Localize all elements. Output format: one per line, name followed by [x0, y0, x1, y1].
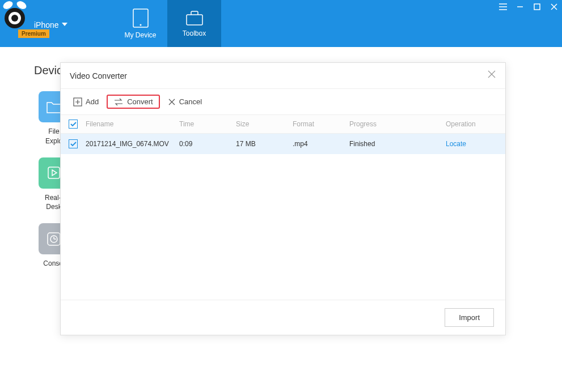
tablet-icon — [133, 8, 149, 28]
add-button[interactable]: Add — [69, 95, 103, 109]
modal-toolbar: Add Convert Cancel — [61, 89, 505, 115]
minimize-icon[interactable] — [515, 2, 525, 11]
close-icon[interactable] — [550, 2, 559, 11]
maximize-icon[interactable] — [533, 2, 542, 11]
table-header: Filename Time Size Format Progress Opera… — [61, 115, 505, 134]
x-icon — [168, 98, 176, 106]
cell-format: .mp4 — [293, 140, 349, 148]
tab-label: My Device — [124, 31, 156, 39]
tab-my-device[interactable]: My Device — [113, 0, 167, 47]
modal-title: Video Converter — [70, 71, 127, 80]
cell-filename: 20171214_IMG_0674.MOV — [86, 140, 179, 148]
col-size-header: Size — [236, 120, 293, 128]
top-bar: Premium iPhone My Device Toolbox — [0, 0, 562, 47]
col-operation-header: Operation — [446, 120, 497, 128]
plus-icon — [73, 97, 82, 106]
col-format-header: Format — [293, 120, 349, 128]
convert-icon — [113, 98, 124, 106]
app-logo-icon — [0, 0, 31, 31]
svg-point-6 — [140, 24, 141, 25]
logo-zone: Premium iPhone — [0, 0, 113, 47]
svg-rect-9 — [48, 167, 60, 178]
svg-point-4 — [11, 15, 18, 22]
device-name-label: iPhone — [34, 20, 59, 29]
add-label: Add — [86, 97, 99, 106]
window-controls — [498, 2, 559, 11]
col-filename-header: Filename — [86, 120, 179, 128]
nav-tabs: My Device Toolbox — [113, 0, 221, 47]
convert-label: Convert — [127, 97, 153, 106]
cell-time: 0:09 — [179, 140, 236, 148]
premium-badge: Premium — [18, 29, 49, 38]
locate-link[interactable]: Locate — [446, 140, 466, 148]
cancel-button[interactable]: Cancel — [163, 95, 206, 108]
row-checkbox[interactable] — [69, 139, 78, 148]
close-icon[interactable] — [487, 70, 496, 82]
tab-toolbox[interactable]: Toolbox — [167, 0, 221, 47]
menu-icon[interactable] — [498, 2, 508, 11]
toolbox-icon — [185, 10, 204, 26]
modal-header: Video Converter — [61, 63, 505, 89]
table-row[interactable]: 20171214_IMG_0674.MOV 0:09 17 MB .mp4 Fi… — [61, 134, 505, 154]
cell-size: 17 MB — [236, 140, 293, 148]
select-all-checkbox[interactable] — [69, 120, 78, 129]
device-selector[interactable]: iPhone — [34, 20, 67, 29]
import-button[interactable]: Import — [445, 308, 494, 327]
convert-button[interactable]: Convert — [107, 95, 160, 109]
col-progress-header: Progress — [349, 120, 446, 128]
cancel-label: Cancel — [179, 97, 202, 106]
col-time-header: Time — [179, 120, 236, 128]
modal-footer: Import — [61, 300, 505, 335]
dropdown-arrow-icon — [62, 23, 67, 27]
cell-progress: Finished — [349, 140, 446, 148]
video-converter-modal: Video Converter Add Convert Cancel Filen… — [60, 62, 506, 335]
tab-label: Toolbox — [183, 29, 206, 37]
svg-rect-8 — [534, 4, 540, 10]
svg-rect-7 — [187, 15, 202, 25]
